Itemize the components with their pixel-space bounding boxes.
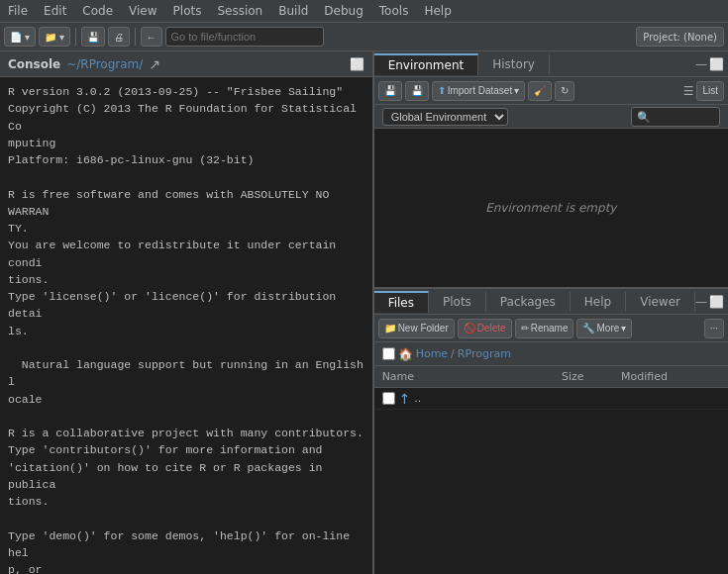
menu-code[interactable]: Code [74, 2, 121, 20]
toolbar-separator2 [135, 28, 136, 46]
menu-plots[interactable]: Plots [165, 2, 210, 20]
up-arrow-icon: ↑ [399, 391, 411, 407]
tab-packages[interactable]: Packages [486, 292, 571, 312]
console-minimize-icon[interactable]: ⬜ [350, 57, 364, 71]
load-workspace-button[interactable]: 💾 [378, 81, 402, 101]
refresh-button[interactable]: ↻ [555, 81, 574, 101]
delete-button[interactable]: 🚫 Delete [458, 319, 512, 338]
tab-viewer[interactable]: Viewer [626, 292, 695, 312]
more-arrow-icon: ▾ [621, 323, 626, 334]
menu-edit[interactable]: Edit [36, 2, 74, 20]
files-panel: Files Plots Packages Help Viewer — ⬜ 📁 N… [374, 289, 728, 574]
menu-debug[interactable]: Debug [316, 2, 370, 20]
env-panel: Environment History — ⬜ 💾 💾 ⬆ Import Dat… [374, 51, 728, 289]
console-line-10: Type 'license()' or 'licence()' for dist… [8, 288, 364, 323]
console-line-17: Type 'contributors()' for more informati… [8, 441, 364, 458]
new-folder-button[interactable]: 📁 New Folder [378, 319, 455, 338]
row-checkbox[interactable] [382, 392, 395, 405]
console-line-16: R is a collaborative project with many c… [8, 425, 364, 441]
console-body[interactable]: R version 3.0.2 (2013-09-25) -- "Frisbee… [0, 77, 372, 574]
console-line-6: R is free software and comes with ABSOLU… [8, 186, 364, 221]
console-line-22: p, or [8, 561, 364, 574]
open-file-button[interactable]: 📁 ▾ [39, 27, 70, 47]
delete-icon: 🚫 [464, 323, 475, 334]
env-minimize-icon[interactable]: — [695, 57, 707, 71]
more-icon: 🔧 [582, 323, 594, 334]
col-name-header: Name [382, 370, 562, 383]
menu-build[interactable]: Build [270, 2, 316, 20]
files-maximize-icon[interactable]: ⬜ [709, 295, 724, 309]
console-line-4: Platform: i686-pc-linux-gnu (32-bit) [8, 151, 364, 168]
go-to-file-input[interactable] [165, 27, 324, 47]
console-line-21: Type 'demo()' for some demos, 'help()' f… [8, 527, 364, 562]
env-maximize-icon[interactable]: ⬜ [709, 57, 724, 71]
console-header: Console ~/RProgram/ ↗ ⬜ [0, 51, 372, 77]
console-line-5 [8, 168, 364, 185]
save-button[interactable]: 💾 [81, 27, 105, 47]
breadcrumb-rprogram[interactable]: RProgram [458, 347, 511, 360]
menu-tools[interactable]: Tools [371, 2, 417, 20]
console-line-18: 'citation()' on how to cite R or R packa… [8, 459, 364, 494]
env-empty-message: Environment is empty [485, 201, 616, 215]
list-button[interactable]: List [696, 81, 724, 101]
more-label: More [596, 323, 619, 334]
clear-workspace-button[interactable]: 🧹 [528, 81, 552, 101]
tab-files[interactable]: Files [374, 291, 429, 313]
toolbar: 📄 ▾ 📁 ▾ 💾 🖨 ← Project: (None) [0, 22, 728, 51]
import-label: Import Dataset [448, 85, 513, 96]
tab-history[interactable]: History [478, 54, 550, 74]
menu-view[interactable]: View [121, 2, 164, 20]
console-line-20 [8, 510, 364, 526]
menu-help[interactable]: Help [416, 2, 459, 20]
home-icon: 🏠 [398, 347, 413, 361]
env-tab-bar: Environment History — ⬜ [374, 51, 728, 77]
import-dataset-button[interactable]: ⬆ Import Dataset ▾ [432, 81, 526, 101]
col-modified-header: Modified [621, 370, 720, 383]
save-workspace-button[interactable]: 💾 [405, 81, 429, 101]
back-button[interactable]: ← [141, 27, 162, 47]
console-line-8: You are welcome to redistribute it under… [8, 237, 364, 271]
console-panel: Console ~/RProgram/ ↗ ⬜ R version 3.0.2 … [0, 51, 374, 574]
breadcrumb-home[interactable]: Home [416, 347, 448, 360]
rename-button[interactable]: ✏ Rename [515, 319, 574, 338]
import-arrow-icon: ▾ [514, 85, 519, 96]
menu-file[interactable]: File [0, 2, 36, 20]
console-line-13: Natural language support but running in … [8, 356, 364, 391]
more-button[interactable]: 🔧 More ▾ [576, 319, 632, 338]
toolbar-separator [75, 28, 76, 46]
global-env-bar: Global Environment [374, 105, 728, 129]
console-line-15 [8, 408, 364, 425]
rename-label: Rename [531, 323, 569, 334]
rename-icon: ✏ [521, 323, 529, 334]
menu-session[interactable]: Session [209, 2, 270, 20]
breadcrumb-separator: / [451, 347, 455, 360]
project-label: Project: (None) [636, 27, 724, 47]
new-file-button[interactable]: 📄 ▾ [4, 27, 36, 47]
files-more-button[interactable]: ··· [704, 319, 724, 338]
console-line-2: Copyright (C) 2013 The R Foundation for … [8, 100, 364, 135]
list-icon: ☰ [683, 84, 694, 98]
files-body: Name Size Modified ↑ .. [374, 366, 728, 574]
tab-environment[interactable]: Environment [374, 53, 479, 75]
env-search-input[interactable] [631, 107, 720, 127]
tab-plots[interactable]: Plots [429, 292, 486, 312]
file-name: .. [414, 392, 421, 405]
files-tab-bar: Files Plots Packages Help Viewer — ⬜ [374, 289, 728, 315]
console-line-14: ocale [8, 391, 364, 408]
console-line-9: tions. [8, 271, 364, 288]
console-line-12 [8, 339, 364, 356]
console-title: Console [8, 57, 60, 71]
console-line-3: mputing [8, 135, 364, 151]
global-env-select[interactable]: Global Environment [382, 108, 508, 126]
files-minimize-icon[interactable]: — [695, 295, 707, 309]
tab-help[interactable]: Help [571, 292, 626, 312]
menubar: File Edit Code View Plots Session Build … [0, 0, 728, 22]
console-line-1: R version 3.0.2 (2013-09-25) -- "Frisbee… [8, 83, 364, 100]
new-folder-label: New Folder [398, 323, 449, 334]
select-all-checkbox[interactable] [382, 347, 395, 360]
console-line-19: tions. [8, 493, 364, 510]
console-controls: ⬜ [350, 57, 364, 71]
print-button[interactable]: 🖨 [108, 27, 130, 47]
table-row[interactable]: ↑ .. [374, 388, 728, 410]
console-line-11: ls. [8, 323, 364, 339]
